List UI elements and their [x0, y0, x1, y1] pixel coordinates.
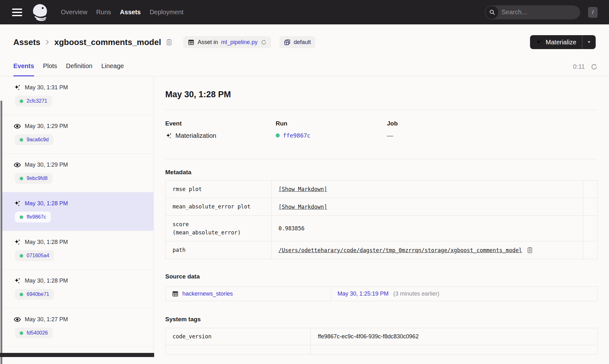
run-id-link[interactable]: 2cfc3271 — [27, 98, 47, 104]
show-markdown-link[interactable]: [Show Markdown] — [278, 204, 327, 210]
copy-icon[interactable] — [166, 39, 173, 46]
search-box[interactable]: / — [485, 5, 580, 19]
job-value: — — [387, 132, 393, 139]
group-label: default — [294, 39, 311, 46]
search-shortcut-badge: / — [588, 7, 598, 18]
table-icon — [172, 291, 179, 297]
breadcrumb-row: Assets xgboost_comments_model Asset in m… — [0, 24, 609, 49]
run-status-dot — [20, 293, 23, 296]
table-row: score (mean_absolute_error) 0.983856 — [166, 215, 598, 241]
dagster-logo — [31, 3, 49, 22]
run-tag[interactable]: 2cfc3271 — [15, 96, 52, 106]
tab-lineage[interactable]: Lineage — [101, 62, 124, 76]
run-tag[interactable]: 6940be71 — [15, 289, 54, 300]
materialize-button[interactable]: Materialize — [530, 35, 582, 49]
tab-plots[interactable]: Plots — [43, 62, 57, 76]
metadata-value: 0.983856 — [278, 225, 304, 232]
event-list-item[interactable]: May 30, 1:29 PM 9aca6c9d — [2, 115, 154, 154]
table-icon — [188, 39, 194, 46]
event-time: May 30, 1:29 PM — [25, 123, 68, 130]
refresh-timer: 0:11 — [573, 63, 585, 70]
content-area: May 30, 1:31 PM 2cfc3271 May 30, 1:29 PM… — [0, 76, 609, 357]
copy-icon[interactable] — [527, 247, 533, 253]
refresh-icon[interactable] — [591, 63, 598, 70]
table-row: path /Users/odetteharary/code/dagster/tm… — [166, 241, 598, 259]
system-tags-heading: System tags — [165, 316, 598, 323]
nav-item-deployment[interactable]: Deployment — [150, 9, 184, 16]
path-link[interactable]: /Users/odetteharary/code/dagster/tmp_0mz… — [278, 247, 522, 253]
caret-down-icon — [587, 40, 591, 44]
system-tags-table: code_version ffe9867c-ec9c-4f06-939c-f8d… — [165, 328, 598, 354]
event-detail-panel: May 30, 1:28 PM Event Materialization Ru… — [154, 76, 609, 357]
run-tag[interactable]: 9ebc9fd8 — [15, 173, 52, 184]
run-tag[interactable]: 071605a4 — [15, 250, 54, 261]
tab-events[interactable]: Events — [13, 62, 34, 76]
show-markdown-link[interactable]: [Show Markdown] — [278, 186, 327, 192]
run-status-dot — [20, 215, 23, 219]
event-list-item[interactable]: May 30, 1:28 PM 071605a4 — [2, 231, 154, 270]
event-time: May 30, 1:28 PM — [25, 200, 68, 207]
run-status-dot — [20, 99, 23, 103]
event-list-item-selected[interactable]: May 30, 1:28 PM ffe9867c — [2, 192, 154, 231]
group-icon — [284, 39, 291, 46]
run-tag[interactable]: fd540026 — [15, 328, 53, 338]
run-column-label: Run — [276, 120, 387, 127]
hamburger-menu-icon[interactable] — [12, 9, 22, 16]
pipeline-file-link[interactable]: ml_pipeline.py — [221, 39, 258, 46]
nav-item-assets[interactable]: Assets — [120, 9, 141, 16]
system-tag-key: code_version — [166, 328, 311, 345]
page-title: xgboost_comments_model — [54, 37, 161, 47]
window-edge — [0, 101, 2, 364]
nav-item-overview[interactable]: Overview — [61, 9, 87, 16]
run-id-link[interactable]: 9ebc9fd8 — [27, 176, 48, 181]
materialize-dropdown-button[interactable] — [582, 35, 596, 49]
nav-item-runs[interactable]: Runs — [96, 9, 111, 16]
run-status-dot — [20, 254, 23, 258]
table-row: code_version ffe9867c-ec9c-4f06-939c-f8d… — [166, 328, 598, 345]
table-row: mean_absolute_error plot [Show Markdown] — [166, 198, 598, 215]
source-data-table: hackernews_stories May 30, 1:25:19 PM (3… — [165, 286, 598, 301]
event-list-item[interactable]: May 30, 1:31 PM 2cfc3271 — [2, 76, 154, 115]
event-list-sidebar: May 30, 1:31 PM 2cfc3271 May 30, 1:29 PM… — [2, 76, 154, 357]
source-data-heading: Source data — [165, 273, 598, 280]
search-input[interactable] — [499, 9, 588, 16]
sparkle-icon — [536, 39, 542, 46]
refresh-icon[interactable] — [261, 39, 267, 45]
event-list-item[interactable]: May 30, 1:29 PM 9ebc9fd8 — [2, 154, 154, 192]
run-id-link[interactable]: 9aca6c9d — [27, 137, 49, 143]
run-status-dot — [20, 138, 23, 142]
run-status-dot — [20, 177, 23, 180]
breadcrumb-assets[interactable]: Assets — [13, 37, 40, 47]
source-asset-link[interactable]: hackernews_stories — [182, 291, 233, 297]
event-time: May 30, 1:29 PM — [25, 162, 68, 168]
materialization-icon — [14, 277, 21, 284]
source-time-link[interactable]: May 30, 1:25:19 PM — [337, 291, 389, 297]
source-time-note: (3 minutes earlier) — [393, 291, 439, 297]
run-id-link[interactable]: fd540026 — [27, 330, 48, 336]
asset-in-label: Asset in — [198, 39, 218, 46]
run-id-link[interactable]: ffe9867c — [27, 214, 46, 220]
run-id-link[interactable]: ffe9867c — [283, 132, 311, 139]
event-list-item[interactable]: May 30, 1:28 PM 6940be71 — [2, 270, 154, 308]
asset-location-badge[interactable]: Asset in ml_pipeline.py — [183, 36, 271, 48]
event-list-item[interactable]: May 30, 1:27 PM fd540026 — [2, 308, 154, 347]
metadata-key: rmse plot — [166, 181, 272, 198]
metadata-key: score (mean_absolute_error) — [166, 215, 272, 241]
observation-icon — [14, 161, 21, 169]
run-id-link[interactable]: 071605a4 — [27, 253, 49, 259]
tab-definition[interactable]: Definition — [66, 62, 92, 76]
metadata-key: path — [166, 241, 272, 259]
top-nav: Overview Runs Assets Deployment / — [0, 0, 609, 24]
system-tag-value: ffe9867c-ec9c-4f06-939c-f8dc830c0962 — [311, 328, 598, 345]
run-tag[interactable]: ffe9867c — [15, 212, 51, 222]
window-bottom-edge — [0, 353, 154, 357]
run-status-dot — [20, 331, 23, 335]
run-id-link[interactable]: 6940be71 — [27, 291, 49, 297]
group-badge[interactable]: default — [279, 36, 315, 48]
run-tag[interactable]: 9aca6c9d — [15, 134, 53, 145]
table-row: hackernews_stories May 30, 1:25:19 PM (3… — [166, 286, 598, 301]
tab-bar: Events Plots Definition Lineage 0:11 — [0, 57, 609, 76]
materialization-icon — [165, 132, 172, 139]
metadata-heading: Metadata — [165, 169, 598, 176]
metadata-table: rmse plot [Show Markdown] mean_absolute_… — [165, 180, 598, 259]
